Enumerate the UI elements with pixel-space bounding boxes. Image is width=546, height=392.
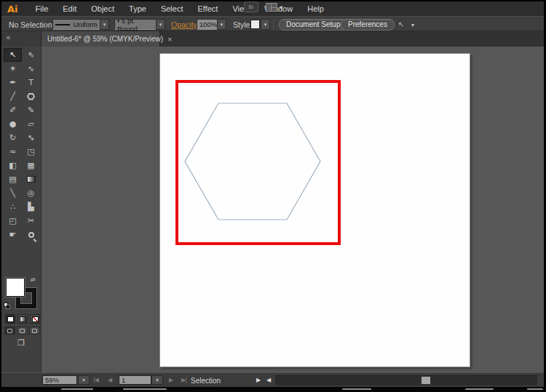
gradient-tool-icon [27,176,36,183]
selection-tool-icon: ↖ [9,50,16,60]
artboard-tool[interactable]: ◰ [4,214,22,228]
slice-tool[interactable]: ✂ [22,214,40,228]
paintbrush-tool[interactable]: ✐ [4,103,22,117]
eyedropper-tool-icon: ╲ [10,188,15,198]
scale-tool[interactable]: ↔ [22,131,40,145]
color-button[interactable] [5,314,15,324]
draw-normal-button[interactable] [4,327,15,335]
none-button[interactable] [30,314,40,324]
draw-behind-button[interactable] [17,327,28,335]
zoom-tool[interactable] [22,228,40,241]
gradient-button[interactable] [17,314,28,324]
status-flyout-icon[interactable]: ▶ [256,377,260,383]
menu-file[interactable]: File [28,4,56,13]
document-tab[interactable]: Untitled-6* @ 59% (CMYK/Preview) × [41,31,160,47]
draw-inside-button[interactable] [29,327,40,335]
preferences-button[interactable]: Preferences [341,19,395,31]
tools-panel-collapse-button[interactable]: « [1,31,41,47]
line-segment-tool[interactable]: ╱ [4,89,22,103]
perspective-grid-tool[interactable]: ▦ [22,159,40,172]
workspace-icon [266,3,277,12]
width-tool-icon: ≈ [9,147,16,156]
next-artboard-button[interactable]: ▶ [169,377,173,383]
type-tool[interactable]: T [22,76,40,89]
perspective-grid-tool-icon: ▦ [27,161,34,170]
hand-tool[interactable]: ☛ [4,228,22,241]
stroke-profile-preview [55,24,70,25]
horizontal-scrollbar[interactable] [275,375,537,385]
window-bottom-edge [0,387,546,392]
document-tab-title: Untitled-6* @ 59% (CMYK/Preview) [41,35,163,43]
selection-options-icon[interactable]: ↖ [398,20,404,28]
magic-wand-tool[interactable]: ✶ [4,62,22,76]
style-swatch[interactable] [250,20,260,29]
workspace-switcher-button[interactable]: ▾ [266,2,288,12]
brush-dropdown[interactable]: • 5 pt. Round [114,19,157,30]
menu-effect[interactable]: Effect [190,4,225,13]
stroke-profile-dropdown[interactable]: Uniform [52,19,100,30]
menu-edit[interactable]: Edit [55,4,84,13]
close-icon[interactable]: × [167,36,172,43]
default-fill-stroke-icon[interactable] [4,303,11,310]
gradient-tool[interactable] [22,172,40,186]
pen-tool[interactable]: ✒ [4,76,22,89]
bridge-icon[interactable]: Br [244,1,258,12]
chevron-down-icon[interactable]: ▾ [411,22,414,28]
previous-artboard-button[interactable]: ◀ [108,377,111,383]
menu-object[interactable]: Object [84,4,122,13]
eraser-tool[interactable]: ▱ [22,117,40,131]
mesh-tool-icon: ▤ [9,175,16,184]
width-tool[interactable]: ≈ [4,145,22,159]
workspace-area: ↖⇖✶∿✒T╱✐✎●▱↻↔≈◳◧▦▤╲◎∴▙◰✂☛ ⇄ ❐ [1,47,544,372]
scale-tool-icon: ↔ [25,132,37,144]
rotate-tool[interactable]: ↻ [4,131,22,145]
document-setup-button[interactable]: Document Setup [279,19,348,31]
draw-normal-icon [7,329,12,333]
opacity-caret[interactable]: ▾ [217,19,226,30]
free-transform-tool[interactable]: ◳ [22,145,40,159]
style-caret[interactable]: ▾ [261,19,270,30]
opacity-link[interactable]: Opacity: [171,20,199,29]
chevron-down-icon: ▾ [280,4,282,11]
direct-selection-tool[interactable]: ⇖ [22,48,40,62]
artboard-canvas[interactable] [159,53,470,367]
pencil-tool[interactable]: ✎ [22,103,40,117]
mesh-tool[interactable]: ▤ [4,172,22,186]
tab-bar: « Untitled-6* @ 59% (CMYK/Preview) × [1,31,544,47]
swap-fill-stroke-icon[interactable]: ⇄ [31,276,36,283]
shape-builder-tool[interactable]: ◧ [4,159,22,172]
column-graph-tool[interactable]: ▙ [22,200,40,214]
polygon-tool[interactable] [22,89,40,103]
none-icon [32,316,39,322]
symbol-sprayer-tool[interactable]: ∴ [4,200,22,214]
symbol-sprayer-tool-icon: ∴ [10,202,15,212]
eyedropper-tool[interactable]: ╲ [4,186,22,200]
last-artboard-button[interactable]: ▶| [181,377,186,383]
gradient-icon [20,316,26,322]
artboard-number-caret[interactable]: ▾ [151,375,163,385]
draw-behind-icon [20,329,25,333]
fill-stroke-widget: ⇄ [1,276,41,313]
drawing-modes-row [4,327,40,335]
stroke-profile-caret[interactable]: ▾ [100,19,109,30]
lasso-tool[interactable]: ∿ [22,62,40,76]
brush-caret[interactable]: ▾ [156,19,165,30]
fill-swatch[interactable] [6,278,25,297]
scroll-left-icon[interactable]: ◀ [266,377,270,383]
opacity-value-field[interactable]: 100% [197,19,218,30]
blend-tool[interactable]: ◎ [22,186,40,200]
blob-brush-tool[interactable]: ● [4,117,22,131]
screen-mode-button[interactable]: ❐ [12,338,31,349]
artboard-number-field[interactable]: 1 [119,375,151,385]
first-artboard-button[interactable]: |◀ [93,377,98,383]
lasso-tool-icon: ∿ [28,64,34,73]
menu-select[interactable]: Select [154,4,191,13]
menu-help[interactable]: Help [300,4,331,13]
zoom-level-caret[interactable]: ▾ [78,375,90,385]
artboard-tool-icon: ◰ [9,216,16,225]
menu-type[interactable]: Type [122,4,154,13]
horizontal-scrollbar-thumb[interactable] [421,376,431,385]
window-edge-highlight [465,388,494,390]
selection-tool[interactable]: ↖ [4,48,22,62]
zoom-level-field[interactable]: 59% [42,375,77,385]
